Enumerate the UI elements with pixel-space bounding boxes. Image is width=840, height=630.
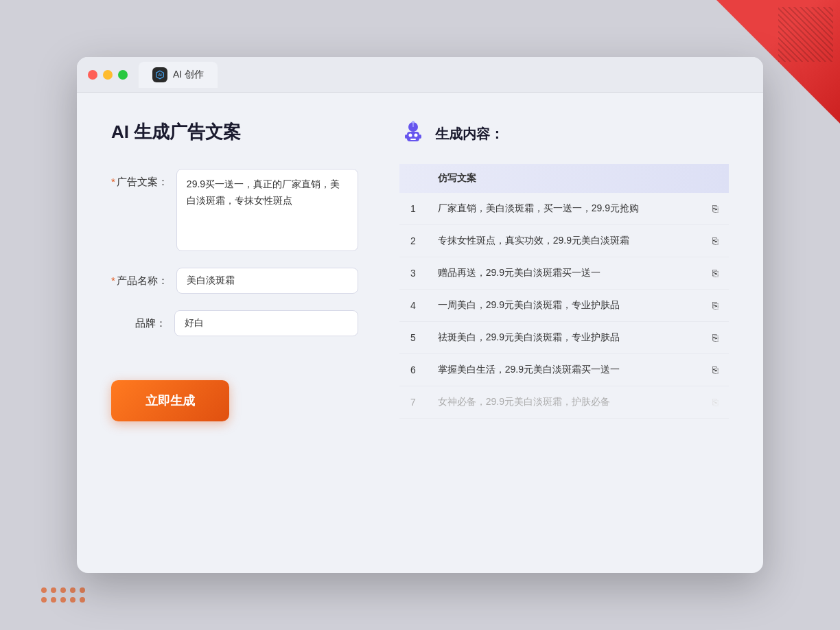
- robot-icon: [399, 120, 427, 148]
- row-number: 3: [399, 257, 427, 290]
- main-content: AI 生成广告文案 *广告文案： *产品名称： 品牌： 立: [77, 93, 763, 573]
- form-group-brand: 品牌：: [111, 310, 358, 336]
- svg-rect-4: [405, 135, 408, 139]
- page-title: AI 生成广告文案: [111, 120, 358, 144]
- tab-ai-creation[interactable]: AI AI 创作: [139, 62, 218, 88]
- required-mark-ad: *: [111, 176, 115, 187]
- tab-label: AI 创作: [173, 69, 204, 81]
- form-group-ad-copy: *广告文案：: [111, 169, 358, 251]
- row-text: 赠品再送，29.9元美白淡斑霜买一送一: [427, 257, 701, 290]
- dots-decoration: [41, 587, 85, 603]
- svg-point-6: [409, 134, 412, 137]
- table-row: 7女神必备，29.9元美白淡斑霜，护肤必备⎘: [399, 386, 729, 419]
- form-group-product-name: *产品名称：: [111, 268, 358, 294]
- product-name-label: *产品名称：: [111, 268, 168, 288]
- col-header-text: 仿写文案: [427, 164, 701, 193]
- browser-window: AI AI 创作 AI 生成广告文案 *广告文案： *产品名称：: [77, 57, 763, 573]
- table-row: 2专抹女性斑点，真实功效，29.9元美白淡斑霜⎘: [399, 225, 729, 257]
- table-row: 4一周美白，29.9元美白淡斑霜，专业护肤品⎘: [399, 290, 729, 322]
- product-name-input[interactable]: [176, 268, 358, 294]
- svg-rect-5: [419, 135, 421, 139]
- row-number: 1: [399, 193, 427, 225]
- titlebar: AI AI 创作: [77, 57, 763, 93]
- row-text: 女神必备，29.9元美白淡斑霜，护肤必备: [427, 386, 701, 419]
- left-panel: AI 生成广告文案 *广告文案： *产品名称： 品牌： 立: [111, 120, 358, 546]
- row-number: 4: [399, 290, 427, 322]
- generate-button[interactable]: 立即生成: [111, 380, 229, 421]
- copy-button[interactable]: ⎘: [701, 257, 729, 290]
- right-title: 生成内容：: [435, 125, 504, 143]
- right-panel: 生成内容： 仿写文案 1厂家直销，美白淡斑霜，买一送一，29.9元抢购⎘2专抹女…: [399, 120, 729, 546]
- results-table: 仿写文案 1厂家直销，美白淡斑霜，买一送一，29.9元抢购⎘2专抹女性斑点，真实…: [399, 164, 729, 419]
- svg-text:AI: AI: [158, 73, 162, 77]
- brand-input[interactable]: [174, 310, 358, 336]
- row-number: 6: [399, 354, 427, 386]
- copy-button[interactable]: ⎘: [701, 386, 729, 419]
- brand-label: 品牌：: [111, 310, 166, 330]
- table-row: 5祛斑美白，29.9元美白淡斑霜，专业护肤品⎘: [399, 322, 729, 354]
- svg-rect-8: [410, 139, 416, 140]
- minimize-button[interactable]: [103, 70, 113, 80]
- row-number: 7: [399, 386, 427, 419]
- col-header-num: [399, 164, 427, 193]
- ad-copy-input[interactable]: [176, 169, 358, 251]
- svg-point-7: [415, 134, 418, 137]
- copy-button[interactable]: ⎘: [701, 290, 729, 322]
- col-header-copy: [701, 164, 729, 193]
- window-controls: [88, 70, 128, 80]
- ad-copy-label: *广告文案：: [111, 169, 168, 189]
- close-button[interactable]: [88, 70, 97, 80]
- table-row: 1厂家直销，美白淡斑霜，买一送一，29.9元抢购⎘: [399, 193, 729, 225]
- table-header-row: 仿写文案: [399, 164, 729, 193]
- svg-point-9: [412, 121, 415, 124]
- row-text: 祛斑美白，29.9元美白淡斑霜，专业护肤品: [427, 322, 701, 354]
- row-text: 厂家直销，美白淡斑霜，买一送一，29.9元抢购: [427, 193, 701, 225]
- row-text: 掌握美白生活，29.9元美白淡斑霜买一送一: [427, 354, 701, 386]
- required-mark-product: *: [111, 275, 115, 286]
- row-text: 一周美白，29.9元美白淡斑霜，专业护肤品: [427, 290, 701, 322]
- row-text: 专抹女性斑点，真实功效，29.9元美白淡斑霜: [427, 225, 701, 257]
- maximize-button[interactable]: [118, 70, 128, 80]
- right-header: 生成内容：: [399, 120, 729, 148]
- table-row: 3赠品再送，29.9元美白淡斑霜买一送一⎘: [399, 257, 729, 290]
- copy-button[interactable]: ⎘: [701, 225, 729, 257]
- row-number: 5: [399, 322, 427, 354]
- copy-button[interactable]: ⎘: [701, 322, 729, 354]
- copy-button[interactable]: ⎘: [701, 354, 729, 386]
- ai-tab-icon: AI: [152, 67, 167, 82]
- row-number: 2: [399, 225, 427, 257]
- table-row: 6掌握美白生活，29.9元美白淡斑霜买一送一⎘: [399, 354, 729, 386]
- copy-button[interactable]: ⎘: [701, 193, 729, 225]
